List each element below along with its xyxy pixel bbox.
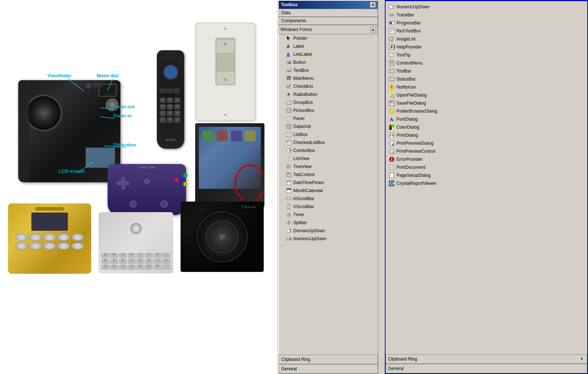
toolbox-panel: Toolbox ✕ Data Components Windows Forms … <box>278 0 378 374</box>
toolbox-item-button[interactable]: ab Button <box>279 58 378 66</box>
remote-control: verizon 1 2 3 4 5 6 7 8 9 * <box>157 50 184 149</box>
annotation-mode-dial: Mode dial <box>97 73 119 78</box>
toolbox-item-picturebox[interactable]: PictureBox <box>279 106 378 114</box>
svg-rect-86 <box>389 28 394 34</box>
right-panel-item-crystalreportviewer[interactable]: CR CrystalReportViewer <box>386 179 587 187</box>
right-panel-item-contextmenu[interactable]: ContextMenu <box>386 59 587 67</box>
toolbox-item-timer[interactable]: Timer <box>279 211 378 219</box>
toolbox-item-linklabel[interactable]: A LinkLabel <box>279 50 378 58</box>
toolbox-item-label[interactable]: A Label <box>279 42 378 50</box>
toolbox-item-datagrid[interactable]: DataGrid <box>279 122 378 130</box>
toolbox-item-hscrollbar[interactable]: HScrollBar <box>279 195 378 203</box>
right-panel-item-openfiledialog[interactable]: OpenFileDialog <box>386 91 587 99</box>
keyboard-pda-image: Q W E R T Y U I A S D F G H J K Z X <box>98 212 173 273</box>
toolbox-item-vscrollbar[interactable]: VScrollBar <box>279 203 378 211</box>
right-panel-item-progressbar[interactable]: ProgressBar <box>386 19 587 27</box>
splitter-icon <box>286 220 292 226</box>
right-panel-item-notifyicon[interactable]: NotifyIcon <box>386 83 587 91</box>
right-panel-item-errorprovider[interactable]: ErrorProvider <box>386 155 587 163</box>
toolbox-items-list: Pointer A Label A LinkLabel ab Button ab… <box>279 34 378 243</box>
right-panel-item-imagelist[interactable]: ImageList <box>386 35 587 43</box>
svg-rect-53 <box>287 172 288 174</box>
toolbox-item-panel[interactable]: Panel <box>279 114 378 122</box>
toolbox-item-mainmenu[interactable]: MainMenu <box>279 74 378 82</box>
svg-rect-111 <box>391 95 394 97</box>
tooltip-icon <box>388 52 395 58</box>
right-panel-item-toolbar[interactable]: ToolBar <box>386 67 587 75</box>
svg-rect-81 <box>393 7 394 9</box>
toolbox-item-radiobutton[interactable]: RadioButton <box>279 90 378 98</box>
clipboard-ring-arrow[interactable]: ▼ <box>579 356 585 362</box>
right-panel-item-numericupdown[interactable]: NumericUpDown <box>386 3 587 11</box>
label-icon: A <box>286 43 292 49</box>
toolbox-item-treeview[interactable]: TreeView <box>279 163 378 171</box>
listview-icon <box>286 156 292 161</box>
openfiledialog-icon <box>388 92 395 98</box>
right-panel-item-statusbar[interactable]: StatusBar <box>386 75 587 83</box>
right-panel-item-printpreviewcontrol[interactable]: PrintPreviewControl <box>386 147 587 155</box>
right-panel-item-printdialog[interactable]: PrintDialog <box>386 131 587 139</box>
button-icon: ab <box>286 59 292 65</box>
vscrollbar-icon <box>286 204 292 210</box>
svg-point-19 <box>288 94 290 96</box>
right-panel-item-richtextbox[interactable]: RichTextBox <box>386 27 587 35</box>
linklabel-icon: A <box>286 51 292 57</box>
toolbox-titlebar: Toolbox ✕ <box>279 1 378 9</box>
toolbox-section-windows-forms-header[interactable]: Windows Forms ▲ <box>279 25 378 34</box>
svg-rect-44 <box>289 159 291 160</box>
svg-rect-79 <box>389 5 393 8</box>
toolbox-section-data[interactable]: Data <box>279 9 378 17</box>
right-panel-item-colordialog[interactable]: ColorDialog <box>386 123 587 131</box>
toolbox-clipboard-ring-section[interactable]: Clipboard Ring <box>279 355 378 364</box>
toolbox-item-textbox[interactable]: ab| TextBox <box>279 66 378 74</box>
mainmenu-icon <box>286 75 292 81</box>
right-panel-item-printpreviewdialog[interactable]: PrintPreviewDialog <box>386 139 587 147</box>
light-switch <box>195 23 255 121</box>
toolbox-item-splitter[interactable]: Splitter <box>279 219 378 227</box>
svg-rect-94 <box>389 54 394 56</box>
fontdialog-icon: AA <box>388 116 395 122</box>
right-panel-item-savefiledialog[interactable]: SaveFileDialog <box>386 99 587 107</box>
toolbox-item-listbox[interactable]: ListBox <box>279 130 378 139</box>
datagrid-icon <box>286 124 292 129</box>
right-panel-item-fontdialog[interactable]: AA FontDialog <box>386 115 587 123</box>
toolbox-item-datetimepicker[interactable]: DateTimePicker <box>279 179 378 187</box>
red-circle-annotation <box>230 160 263 200</box>
right-panel-general-section[interactable]: General <box>386 364 587 373</box>
right-panel-item-helpprovider[interactable]: F1 HelpProvider <box>386 43 587 51</box>
svg-rect-24 <box>287 116 291 121</box>
svg-text:ab: ab <box>288 61 291 64</box>
svg-rect-103 <box>391 70 392 71</box>
right-panel-item-pagesetupdialog[interactable]: PageSetupDialog <box>386 171 587 179</box>
toolbox-item-combobox[interactable]: ComboBox <box>279 147 378 155</box>
toolbox-item-listview[interactable]: ListView <box>279 155 378 163</box>
toolbox-item-domainupdown[interactable]: DomainUpDown <box>279 227 378 235</box>
toolbox-item-checkedlistbox[interactable]: CheckedListBox <box>279 139 378 147</box>
toolbox-section-components[interactable]: Components <box>279 17 378 25</box>
svg-point-125 <box>392 135 394 136</box>
camera-image <box>18 80 120 182</box>
toolbox-item-numericupdown[interactable]: 123 NumericUpDown <box>279 235 378 243</box>
toolbox-item-pointer[interactable]: Pointer <box>279 34 378 42</box>
toolbox-item-checkbox[interactable]: CheckBox <box>279 82 378 90</box>
right-panel-item-trackbar[interactable]: TrackBar <box>386 11 587 19</box>
svg-rect-49 <box>288 165 290 166</box>
svg-rect-16 <box>287 79 291 80</box>
svg-rect-85 <box>390 22 392 24</box>
toolbox-general-section[interactable]: General <box>279 364 378 374</box>
right-panel-item-printdocument[interactable]: PrintDocument <box>386 163 587 171</box>
toolbox-item-groupbox[interactable]: GroupBox <box>279 98 378 106</box>
toolbox-item-monthcalendar[interactable]: MonthCalendar <box>279 187 378 195</box>
printpreviewcontrol-icon <box>388 148 395 154</box>
svg-rect-118 <box>389 125 392 127</box>
gold-phone-image <box>8 203 91 274</box>
right-panel-clipboard-ring-section[interactable]: Clipboard Ring ▼ <box>386 354 587 364</box>
checkedlistbox-icon <box>286 140 292 145</box>
right-panel-item-folderbrowserdialog[interactable]: FolderBrowserDialog <box>386 107 587 115</box>
svg-rect-120 <box>389 127 392 130</box>
toolbox-item-tabcontrol[interactable]: TabControl <box>279 171 378 179</box>
toolbox-scroll-up[interactable]: ▲ <box>370 27 376 32</box>
right-panel-item-tooltip[interactable]: ToolTip <box>386 51 587 59</box>
datetimepicker-icon <box>286 180 292 186</box>
toolbox-close-button[interactable]: ✕ <box>370 2 376 8</box>
